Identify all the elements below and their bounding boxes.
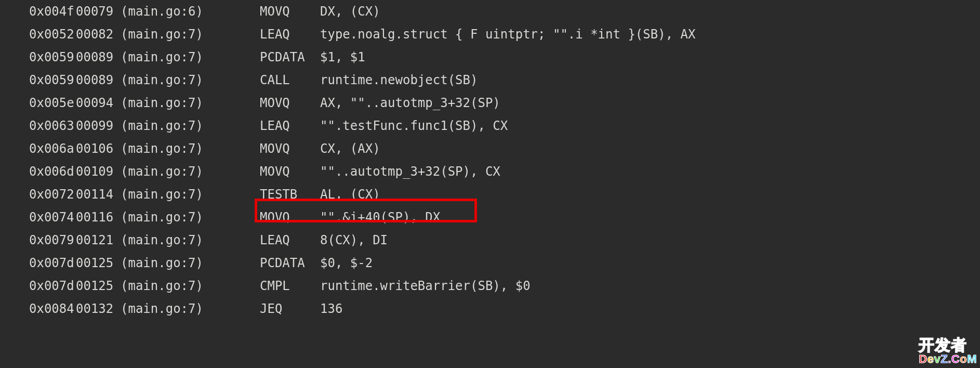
asm-args: "".&i+40(SP), DX: [320, 206, 440, 229]
asm-mnemonic: CMPL: [260, 274, 320, 297]
asm-address: 0x007d: [29, 274, 76, 297]
asm-address: 0x0074: [29, 206, 76, 229]
asm-mnemonic: MOVQ: [260, 91, 320, 114]
asm-args: DX, (CX): [320, 0, 380, 23]
asm-offset: 00116: [76, 206, 121, 229]
asm-row: 0x007400116(main.go:7)MOVQ"".&i+40(SP), …: [29, 206, 980, 229]
asm-row: 0x006a00106(main.go:7)MOVQCX, (AX): [29, 137, 980, 160]
asm-source-ref: (main.go:7): [121, 252, 260, 274]
asm-row: 0x007d00125(main.go:7)PCDATA$0, $-2: [29, 252, 980, 274]
asm-offset: 00089: [76, 69, 121, 91]
asm-offset: 00106: [76, 137, 121, 160]
asm-mnemonic: PCDATA: [260, 252, 320, 274]
asm-address: 0x006d: [29, 160, 76, 183]
watermark-en: DevZ.CoM: [919, 353, 977, 365]
asm-source-ref: (main.go:7): [121, 274, 260, 297]
asm-address: 0x0072: [29, 183, 76, 206]
asm-offset: 00109: [76, 160, 121, 183]
asm-args: ""..autotmp_3+32(SP), CX: [320, 160, 500, 183]
asm-source-ref: (main.go:7): [121, 183, 260, 206]
asm-row: 0x007d00125(main.go:7)CMPLruntime.writeB…: [29, 274, 980, 297]
asm-offset: 00121: [76, 229, 121, 252]
asm-row: 0x008400132(main.go:7)JEQ136: [29, 297, 980, 320]
asm-mnemonic: MOVQ: [260, 137, 320, 160]
asm-args: $1, $1: [320, 46, 365, 69]
asm-source-ref: (main.go:7): [121, 297, 260, 320]
assembly-listing: 0x004f00079(main.go:6)MOVQDX, (CX)0x0052…: [0, 0, 980, 320]
asm-row: 0x004f00079(main.go:6)MOVQDX, (CX): [29, 0, 980, 23]
asm-source-ref: (main.go:7): [121, 69, 260, 91]
asm-args: AX, ""..autotmp_3+32(SP): [320, 91, 500, 114]
asm-row: 0x005900089(main.go:7)PCDATA$1, $1: [29, 46, 980, 69]
asm-mnemonic: TESTB: [260, 183, 320, 206]
asm-mnemonic: JEQ: [260, 297, 320, 320]
asm-mnemonic: MOVQ: [260, 0, 320, 23]
asm-address: 0x0084: [29, 297, 76, 320]
asm-mnemonic: LEAQ: [260, 114, 320, 137]
asm-source-ref: (main.go:6): [121, 0, 260, 23]
asm-mnemonic: CALL: [260, 69, 320, 91]
asm-offset: 00125: [76, 252, 121, 274]
asm-mnemonic: LEAQ: [260, 229, 320, 252]
asm-row: 0x005900089(main.go:7)CALLruntime.newobj…: [29, 69, 980, 91]
asm-address: 0x0063: [29, 114, 76, 137]
asm-args: 8(CX), DI: [320, 229, 388, 252]
asm-row: 0x005200082(main.go:7)LEAQtype.noalg.str…: [29, 23, 980, 46]
asm-args: CX, (AX): [320, 137, 380, 160]
asm-args: type.noalg.struct { F uintptr; "".i *int…: [320, 23, 695, 46]
asm-offset: 00094: [76, 91, 121, 114]
asm-source-ref: (main.go:7): [121, 114, 260, 137]
asm-address: 0x007d: [29, 252, 76, 274]
asm-args: $0, $-2: [320, 252, 373, 274]
asm-args: runtime.newobject(SB): [320, 69, 478, 91]
asm-mnemonic: PCDATA: [260, 46, 320, 69]
asm-row: 0x005e00094(main.go:7)MOVQAX, ""..autotm…: [29, 91, 980, 114]
asm-offset: 00089: [76, 46, 121, 69]
watermark-cn: 开发者: [919, 337, 977, 353]
asm-source-ref: (main.go:7): [121, 23, 260, 46]
asm-mnemonic: LEAQ: [260, 23, 320, 46]
asm-offset: 00125: [76, 274, 121, 297]
asm-source-ref: (main.go:7): [121, 91, 260, 114]
asm-row: 0x007900121(main.go:7)LEAQ8(CX), DI: [29, 229, 980, 252]
asm-mnemonic: MOVQ: [260, 206, 320, 229]
asm-address: 0x0052: [29, 23, 76, 46]
asm-offset: 00099: [76, 114, 121, 137]
asm-address: 0x0079: [29, 229, 76, 252]
asm-source-ref: (main.go:7): [121, 229, 260, 252]
asm-offset: 00132: [76, 297, 121, 320]
asm-address: 0x005e: [29, 91, 76, 114]
asm-args: "".testFunc.func1(SB), CX: [320, 114, 508, 137]
asm-args: runtime.writeBarrier(SB), $0: [320, 274, 531, 297]
asm-address: 0x006a: [29, 137, 76, 160]
asm-address: 0x0059: [29, 69, 76, 91]
asm-args: AL, (CX): [320, 183, 380, 206]
asm-row: 0x007200114(main.go:7)TESTBAL, (CX): [29, 183, 980, 206]
asm-row: 0x006d00109(main.go:7)MOVQ""..autotmp_3+…: [29, 160, 980, 183]
asm-source-ref: (main.go:7): [121, 137, 260, 160]
asm-offset: 00079: [76, 0, 121, 23]
asm-address: 0x0059: [29, 46, 76, 69]
asm-row: 0x006300099(main.go:7)LEAQ"".testFunc.fu…: [29, 114, 980, 137]
asm-source-ref: (main.go:7): [121, 46, 260, 69]
asm-source-ref: (main.go:7): [121, 206, 260, 229]
asm-address: 0x004f: [29, 0, 76, 23]
asm-source-ref: (main.go:7): [121, 160, 260, 183]
watermark: 开发者 DevZ.CoM: [919, 337, 977, 365]
asm-offset: 00082: [76, 23, 121, 46]
asm-args: 136: [320, 297, 342, 320]
asm-offset: 00114: [76, 183, 121, 206]
asm-mnemonic: MOVQ: [260, 160, 320, 183]
